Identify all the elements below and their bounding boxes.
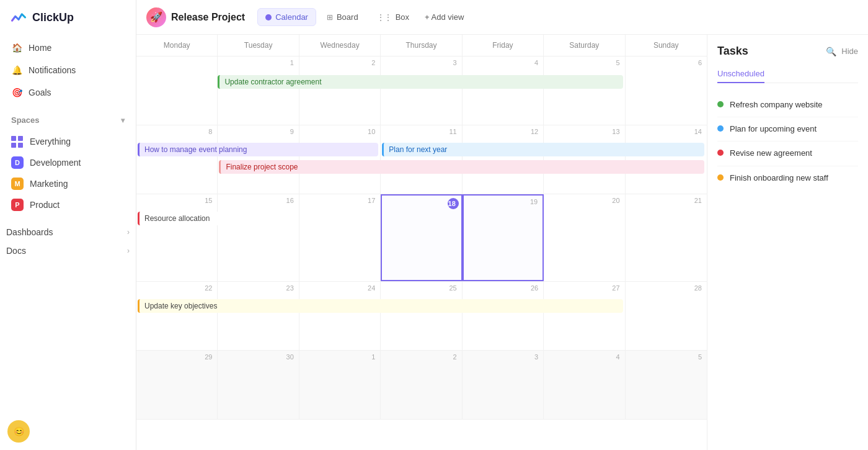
day-cell[interactable]: 20 [544, 194, 625, 281]
tab-calendar[interactable]: Calendar [257, 8, 316, 26]
day-cell[interactable]: 5 [544, 56, 625, 125]
space-everything-label: Everything [30, 137, 71, 146]
main-nav: 🏠 Home 🔔 Notifications 🎯 Goals [0, 35, 136, 106]
event-plan-next-year[interactable]: Plan for next year [382, 143, 704, 156]
day-cell[interactable]: 28 [626, 282, 707, 350]
marketing-icon: M [11, 178, 24, 190]
day-cell[interactable]: 4 [544, 351, 625, 419]
tasks-actions: 🔍 Hide [826, 47, 858, 56]
bottom-sections: Dashboards › Docs › [0, 223, 136, 260]
tasks-panel-title: Tasks [717, 45, 748, 58]
day-cell[interactable]: 10 [299, 125, 381, 194]
product-icon: P [11, 199, 24, 211]
everything-icon [11, 135, 24, 148]
calendar-main[interactable]: Monday Tuesday Wednesday Thursday Friday… [136, 35, 707, 450]
avatar[interactable]: 😊 [7, 420, 30, 443]
list-item[interactable]: Revise new agreement [717, 142, 858, 166]
day-cell[interactable]: 23 [218, 282, 299, 350]
day-cell[interactable]: 1 [299, 351, 381, 419]
calendar-body: 1 2 3 4 5 6 Update contractor agreement [136, 56, 707, 420]
day-cell[interactable]: 2 [299, 56, 381, 125]
add-view-label: + Add view [425, 12, 464, 22]
day-saturday: Saturday [544, 35, 625, 56]
development-icon: D [11, 156, 24, 169]
day-cell[interactable]: 11 [381, 125, 462, 194]
event-update-contractor[interactable]: Update contractor agreement [218, 75, 622, 89]
day-cell[interactable]: 22 [136, 282, 218, 350]
tasks-filter-tabs: Unscheduled [717, 65, 858, 83]
day-cell[interactable]: 17 [299, 194, 381, 281]
nav-home-label: Home [29, 43, 51, 53]
day-cell[interactable]: 18 [381, 194, 462, 281]
day-cell[interactable]: 9 [218, 125, 299, 194]
week-row-1: 1 2 3 4 5 6 Update contractor agreement [136, 56, 707, 125]
space-development-label: Development [30, 158, 81, 168]
tab-board[interactable]: ⊞ Board [319, 8, 366, 26]
task-label: Refresh company website [730, 99, 823, 110]
week-row-3: 15 16 17 18 19 20 21 Resource allocation [136, 194, 707, 282]
day-cell[interactable] [136, 56, 218, 125]
list-item[interactable]: Finish onboarding new staff [717, 166, 858, 190]
day-cell[interactable]: 12 [463, 125, 544, 194]
day-cell[interactable]: 19 [463, 194, 544, 281]
project-title: Release Project [171, 12, 245, 23]
nav-goals[interactable]: 🎯 Goals [5, 82, 131, 103]
event-resource-allocation[interactable]: Resource allocation [138, 212, 297, 225]
week-row-4: 22 23 24 25 26 27 28 Update key objectiv… [136, 282, 707, 351]
day-cell[interactable]: 14 [626, 125, 707, 194]
task-dot-orange [717, 174, 724, 181]
task-label: Plan for upcoming event [730, 124, 817, 135]
day-cell[interactable]: 27 [544, 282, 625, 350]
day-monday: Monday [136, 35, 218, 56]
tab-box-label: Box [396, 12, 409, 22]
day-cell[interactable]: 24 [299, 282, 381, 350]
day-wednesday: Wednesday [299, 35, 381, 56]
nav-notifications[interactable]: 🔔 Notifications [5, 60, 131, 81]
day-cell[interactable]: 4 [463, 56, 544, 125]
list-item[interactable]: Plan for upcoming event [717, 117, 858, 142]
day-cell[interactable]: 29 [136, 351, 218, 419]
add-view-button[interactable]: + Add view [417, 9, 471, 25]
nav-home[interactable]: 🏠 Home [5, 37, 131, 58]
event-how-to-manage[interactable]: How to manage event planning [138, 143, 378, 156]
section-dashboards[interactable]: Dashboards › [0, 223, 136, 241]
day-cell[interactable]: 8 [136, 125, 218, 194]
day-tuesday: Tuesday [218, 35, 299, 56]
tab-board-label: Board [337, 12, 358, 22]
spaces-header[interactable]: Spaces ▾ [5, 110, 131, 130]
hide-tasks-button[interactable]: Hide [841, 47, 858, 56]
day-cell[interactable]: 3 [463, 351, 544, 419]
day-cell[interactable]: 25 [381, 282, 462, 350]
event-update-key-objectives[interactable]: Update key objectives [138, 299, 623, 313]
day-cell[interactable]: 26 [463, 282, 544, 350]
calendar-header: Monday Tuesday Wednesday Thursday Friday… [136, 35, 707, 56]
event-finalize-scope[interactable]: Finalize project scope [219, 160, 704, 174]
day-cell[interactable]: 5 [626, 351, 707, 419]
section-docs[interactable]: Docs › [0, 241, 136, 260]
day-sunday: Sunday [626, 35, 707, 56]
tasks-panel-header: Tasks 🔍 Hide [717, 45, 858, 58]
sidebar-item-product[interactable]: P Product [5, 194, 131, 215]
sidebar-item-marketing[interactable]: M Marketing [5, 173, 131, 194]
topbar: 🚀 Release Project Calendar ⊞ Board ⋮⋮ Bo… [136, 0, 868, 35]
day-cell[interactable]: 2 [381, 351, 462, 419]
list-item[interactable]: Refresh company website [717, 93, 858, 117]
calendar-area: Monday Tuesday Wednesday Thursday Friday… [136, 35, 868, 450]
day-cell[interactable]: 13 [544, 125, 625, 194]
logo[interactable]: ClickUp [0, 0, 136, 35]
search-icon[interactable]: 🔍 [826, 47, 836, 56]
sidebar-item-everything[interactable]: Everything [5, 131, 131, 152]
day-cell[interactable]: 6 [626, 56, 707, 125]
day-cell[interactable]: 16 [218, 194, 299, 281]
day-cell[interactable]: 21 [626, 194, 707, 281]
tab-box[interactable]: ⋮⋮ Box [369, 8, 417, 26]
box-icon: ⋮⋮ [377, 13, 392, 22]
project-icon: 🚀 [146, 7, 166, 27]
tab-unscheduled[interactable]: Unscheduled [717, 65, 764, 83]
day-cell[interactable]: 3 [381, 56, 462, 125]
day-cell[interactable]: 30 [218, 351, 299, 419]
sidebar-item-development[interactable]: D Development [5, 152, 131, 173]
day-cell[interactable]: 15 [136, 194, 218, 281]
view-tabs: Calendar ⊞ Board ⋮⋮ Box [257, 8, 417, 26]
day-cell[interactable]: 1 [218, 56, 299, 125]
